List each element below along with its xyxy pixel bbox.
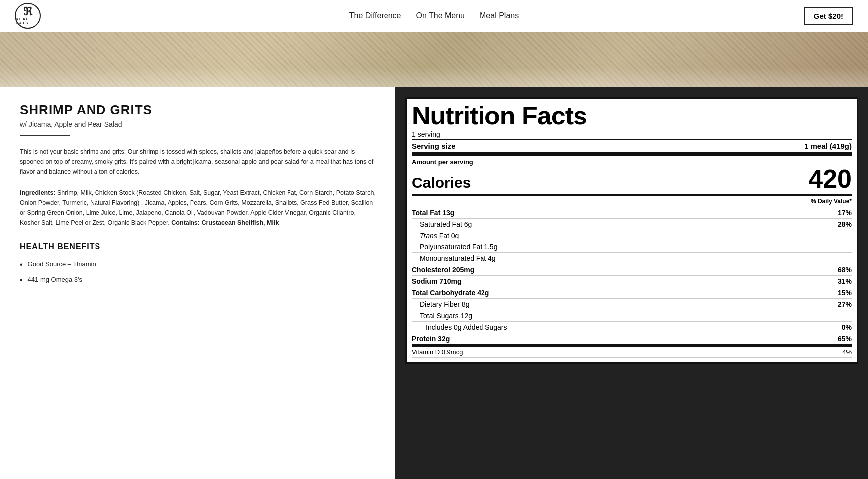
nutrition-facts-panel: Nutrition Facts 1 serving Serving size 1… xyxy=(405,97,858,364)
vitamin-d-row: Vitamin D 0.9mcg 4% xyxy=(412,347,852,358)
main-content: Shrimp and Grits w/ Jicama, Apple and Pe… xyxy=(0,87,868,479)
right-panel: Nutrition Facts 1 serving Serving size 1… xyxy=(395,87,868,479)
dish-subtitle: w/ Jicama, Apple and Pear Salad xyxy=(20,120,376,128)
nutrition-row-label-2: Trans Fat 0g xyxy=(420,232,852,240)
nutrition-facts-title: Nutrition Facts xyxy=(412,103,852,128)
benefits-list: • Good Source – Thiamin • 441 mg Omega 3… xyxy=(20,260,376,284)
serving-size-value: 1 meal (419g) xyxy=(804,142,852,150)
nav-the-difference[interactable]: The Difference xyxy=(349,11,401,20)
nutrition-row-label-0: Total Fat 13g xyxy=(412,209,838,217)
nutrition-row-label-3: Polyunsaturated Fat 1.5g xyxy=(420,243,852,251)
nutrition-row-9: Total Sugars 12g xyxy=(412,310,852,322)
contains-label: Contains: Crustacean Shellfish, Milk xyxy=(171,219,279,226)
calories-value: 420 xyxy=(808,166,852,192)
nutrition-rows: Total Fat 13g17%Saturated Fat 6g28%Trans… xyxy=(412,207,852,347)
nutrition-row-label-1: Saturated Fat 6g xyxy=(420,220,838,228)
calories-label: Calories xyxy=(412,174,471,191)
logo: ℜ REAL EATS xyxy=(15,3,41,29)
logo-brand-text: REAL EATS xyxy=(16,17,40,25)
nutrition-row-11: Protein 32g65% xyxy=(412,333,852,347)
nav-meal-plans[interactable]: Meal Plans xyxy=(480,11,519,20)
nutrition-row-label-7: Total Carbohydrate 42g xyxy=(412,289,838,297)
dish-title: Shrimp and Grits xyxy=(20,102,376,118)
nutrition-row-3: Polyunsaturated Fat 1.5g xyxy=(412,241,852,253)
health-benefits-title: Health Benefits xyxy=(20,242,376,251)
nutrition-row-7: Total Carbohydrate 42g15% xyxy=(412,287,852,299)
vitamin-d-label: Vitamin D 0.9mcg xyxy=(412,348,463,356)
calories-row: Calories 420 xyxy=(412,166,852,196)
nutrition-row-2: Trans Fat 0g xyxy=(412,230,852,241)
logo-circle: ℜ REAL EATS xyxy=(15,3,41,29)
nutrition-row-label-9: Total Sugars 12g xyxy=(420,312,852,320)
logo-r-icon: ℜ xyxy=(23,6,33,17)
nutrition-row-value-7: 15% xyxy=(838,289,852,297)
nutrition-row-value-10: 0% xyxy=(842,323,852,331)
nutrition-row-label-8: Dietary Fiber 8g xyxy=(420,300,838,308)
nutrition-row-label-6: Sodium 710mg xyxy=(412,277,838,285)
nutrition-row-label-11: Protein 32g xyxy=(412,335,838,343)
serving-size-label: Serving size xyxy=(412,142,456,150)
nutrition-row-10: Includes 0g Added Sugars0% xyxy=(412,322,852,333)
ingredients-section: Ingredients: Shrimp, Milk, Chicken Stock… xyxy=(20,188,376,228)
vitamin-d-value: 4% xyxy=(842,348,852,356)
cta-button[interactable]: Get $20! xyxy=(804,7,853,25)
nutrition-row-value-1: 28% xyxy=(838,220,852,228)
dish-description: This is not your basic shrimp and grits!… xyxy=(20,147,376,177)
main-nav: The Difference On The Menu Meal Plans xyxy=(349,11,519,20)
nutrition-row-6: Sodium 710mg31% xyxy=(412,276,852,287)
nutrition-row-0: Total Fat 13g17% xyxy=(412,207,852,219)
nutrition-row-value-11: 65% xyxy=(838,335,852,343)
nutrition-row-value-8: 27% xyxy=(838,300,852,308)
nutrition-servings: 1 serving xyxy=(412,130,852,138)
nutrition-row-5: Cholesterol 205mg68% xyxy=(412,264,852,276)
dish-details: Shrimp and Grits w/ Jicama, Apple and Pe… xyxy=(0,87,395,479)
nutrition-row-value-5: 68% xyxy=(838,266,852,274)
header: ℜ REAL EATS The Difference On The Menu M… xyxy=(0,0,868,32)
serving-size-row: Serving size 1 meal (419g) xyxy=(412,139,852,156)
nutrition-row-8: Dietary Fiber 8g27% xyxy=(412,299,852,310)
divider xyxy=(20,135,70,136)
nutrition-row-4: Monounsaturated Fat 4g xyxy=(412,253,852,264)
nutrition-row-label-5: Cholesterol 205mg xyxy=(412,266,838,274)
benefit-text-1: Good Source – Thiamin xyxy=(28,260,96,268)
bullet-icon-2: • xyxy=(20,276,23,284)
daily-value-header: % Daily Value* xyxy=(412,198,852,206)
nutrition-row-value-6: 31% xyxy=(838,277,852,285)
ingredients-label: Ingredients: xyxy=(20,189,56,196)
benefit-item-2: • 441 mg Omega 3's xyxy=(20,276,376,284)
amount-per-serving-label: Amount per serving xyxy=(412,158,852,166)
nutrition-row-value-0: 17% xyxy=(838,209,852,217)
nutrition-row-1: Saturated Fat 6g28% xyxy=(412,219,852,230)
benefit-item-1: • Good Source – Thiamin xyxy=(20,260,376,269)
hero-image xyxy=(0,32,868,87)
nav-on-the-menu[interactable]: On The Menu xyxy=(416,11,465,20)
bullet-icon: • xyxy=(20,261,23,269)
contains-text: Crustacean Shellfish, Milk xyxy=(201,219,279,226)
nutrition-row-label-4: Monounsaturated Fat 4g xyxy=(420,254,852,262)
nutrition-row-label-10: Includes 0g Added Sugars xyxy=(426,323,842,331)
benefit-text-2: 441 mg Omega 3's xyxy=(28,276,82,283)
